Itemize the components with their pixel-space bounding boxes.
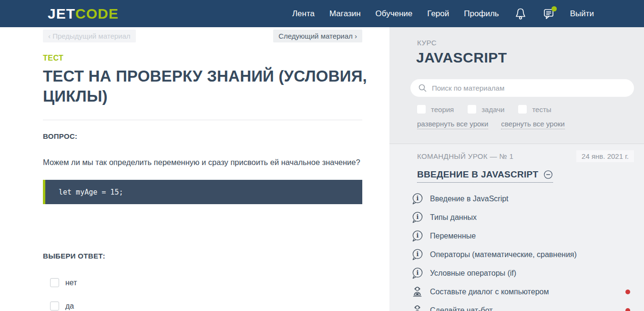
collapse-minus-icon[interactable] bbox=[543, 170, 553, 179]
material-item-theory[interactable]: i Введение в JavaScript bbox=[410, 189, 634, 208]
filter-checkbox[interactable] bbox=[417, 105, 426, 114]
logout-button[interactable]: Выйти bbox=[570, 9, 594, 19]
task-person-icon bbox=[410, 285, 424, 299]
search-input[interactable] bbox=[432, 84, 626, 92]
jetcode-logo[interactable]: JETCODE bbox=[48, 6, 119, 22]
material-category-label: ТЕСТ bbox=[43, 54, 362, 62]
top-navbar: JETCODE Лента Магазин Обучение Герой Про… bbox=[0, 0, 644, 27]
logo-jet: JET bbox=[48, 6, 75, 21]
nav-item-obuchenie[interactable]: Обучение bbox=[376, 9, 413, 19]
unread-notification-dot bbox=[625, 290, 630, 294]
theory-bubble-icon: i bbox=[410, 229, 424, 243]
nav-item-profil[interactable]: Профиль bbox=[464, 9, 499, 19]
theory-bubble-icon: i bbox=[410, 192, 424, 206]
material-item-theory[interactable]: i Типы данных bbox=[410, 208, 634, 227]
materials-list: i Введение в JavaScript i Типы данных bbox=[410, 189, 634, 311]
search-icon bbox=[418, 83, 427, 93]
chevron-right-icon: › bbox=[355, 32, 357, 40]
material-item-task[interactable]: Составьте диалог с компьютером bbox=[410, 282, 634, 301]
chat-icon[interactable] bbox=[542, 7, 555, 21]
question-text: Можем ли мы так определить переменную и … bbox=[43, 158, 367, 167]
material-filters: теория задачи тесты bbox=[417, 105, 634, 114]
svg-text:i: i bbox=[416, 269, 419, 276]
task-person-icon bbox=[410, 304, 424, 311]
prev-material-button[interactable]: ‹ Предыдущий материал bbox=[43, 30, 136, 42]
lesson-panel: КОМАНДНЫЙ УРОК — № 1 24 янв. 2021 г. ВВЕ… bbox=[389, 144, 644, 311]
svg-text:i: i bbox=[416, 250, 419, 258]
navbar-menu: Лента Магазин Обучение Герой Профиль Вый… bbox=[292, 7, 644, 21]
expand-all-link[interactable]: развернуть все уроки bbox=[417, 120, 488, 129]
theory-bubble-icon: i bbox=[410, 211, 424, 224]
unread-notification-dot bbox=[625, 308, 630, 311]
lesson-title-toggle[interactable]: ВВЕДЕНИЕ В JAVASCRIPT bbox=[417, 169, 553, 183]
lesson-header: КОМАНДНЫЙ УРОК — № 1 24 янв. 2021 г. bbox=[417, 150, 634, 162]
svg-text:i: i bbox=[416, 232, 419, 239]
lesson-number-label: КОМАНДНЫЙ УРОК — № 1 bbox=[417, 152, 513, 160]
title-divider bbox=[43, 120, 362, 120]
bell-icon[interactable] bbox=[514, 7, 527, 21]
answer-option-net[interactable]: нет bbox=[50, 278, 362, 287]
lesson-content: ‹ Предыдущий материал Следующий материал… bbox=[0, 27, 389, 311]
code-snippet: let myAge = 15; bbox=[43, 180, 362, 204]
svg-text:i: i bbox=[416, 213, 419, 220]
nav-item-magazin[interactable]: Магазин bbox=[329, 9, 361, 19]
answer-checkbox[interactable] bbox=[50, 278, 59, 287]
lesson-toggle-links: развернуть все уроки свернуть все уроки bbox=[417, 120, 634, 129]
course-panel: КУРС JAVASCRIPT теория задачи bbox=[389, 27, 644, 144]
lesson-date-badge: 24 янв. 2021 г. bbox=[576, 150, 634, 162]
filter-tests[interactable]: тесты bbox=[518, 105, 551, 114]
chat-notification-dot bbox=[552, 6, 557, 11]
page-title: ТЕСТ НА ПРОВЕРКУ ЗНАНИЙ (УСЛОВИЯ, ЦИКЛЫ) bbox=[43, 66, 367, 106]
nav-item-lenta[interactable]: Лента bbox=[292, 9, 315, 19]
svg-text:i: i bbox=[416, 195, 419, 202]
nav-item-geroy[interactable]: Герой bbox=[427, 9, 449, 19]
filter-checkbox[interactable] bbox=[468, 105, 476, 114]
question-label: ВОПРОС: bbox=[43, 132, 362, 140]
code-text: let myAge = 15; bbox=[59, 188, 123, 197]
theory-bubble-icon: i bbox=[410, 267, 424, 280]
material-item-theory[interactable]: i Операторы (математические, сравнения) bbox=[410, 245, 634, 264]
material-item-theory[interactable]: i Условные операторы (if) bbox=[410, 264, 634, 282]
next-material-button[interactable]: Следующий материал › bbox=[273, 30, 362, 42]
collapse-all-link[interactable]: свернуть все уроки bbox=[501, 120, 564, 129]
logo-code: CODE bbox=[75, 6, 119, 21]
filter-checkbox[interactable] bbox=[518, 105, 527, 114]
course-name: JAVASCRIPT bbox=[416, 50, 634, 66]
chevron-left-icon: ‹ bbox=[48, 32, 51, 40]
course-sidebar: КУРС JAVASCRIPT теория задачи bbox=[389, 27, 644, 311]
course-label: КУРС bbox=[417, 39, 634, 47]
filter-tasks[interactable]: задачи bbox=[468, 105, 504, 114]
filter-theory[interactable]: теория bbox=[417, 105, 454, 114]
material-item-theory[interactable]: i Переменные bbox=[410, 227, 634, 245]
theory-bubble-icon: i bbox=[410, 248, 424, 261]
lesson-title: ВВЕДЕНИЕ В JAVASCRIPT bbox=[417, 169, 539, 180]
material-item-task[interactable]: Сделайте чат-бот bbox=[410, 301, 634, 311]
search-box[interactable] bbox=[410, 79, 634, 97]
answer-option-da[interactable]: да bbox=[50, 301, 362, 311]
choose-answer-label: ВЫБЕРИ ОТВЕТ: bbox=[43, 252, 362, 260]
answer-checkbox[interactable] bbox=[50, 301, 59, 311]
material-pager: ‹ Предыдущий материал Следующий материал… bbox=[43, 30, 362, 42]
